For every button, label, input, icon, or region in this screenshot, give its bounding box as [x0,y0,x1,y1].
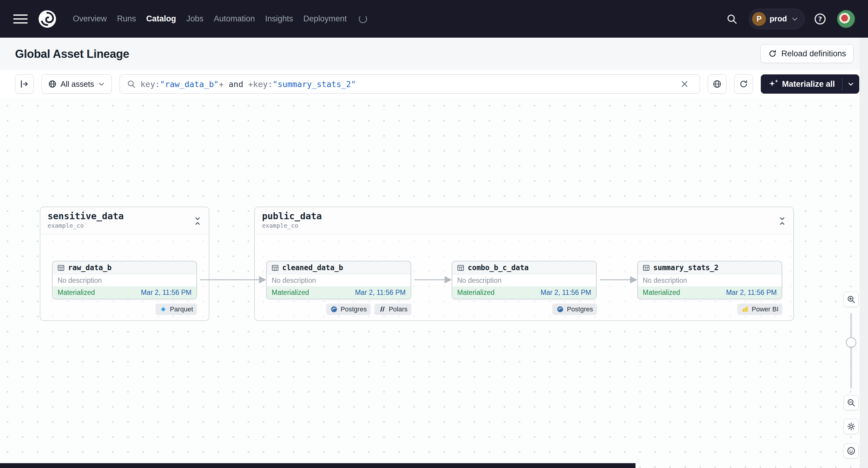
materialize-all-button[interactable]: Materialize all [761,74,842,94]
search-icon[interactable] [726,12,740,26]
kind-tag-postgres[interactable]: Postgres [326,304,371,315]
materialization-timestamp[interactable]: Mar 2, 11:56 PM [540,288,591,297]
asset-node-cleaned-data-b[interactable]: cleaned_data_b No description Materializ… [266,261,411,299]
group-repo-label: example_co [262,222,786,229]
asset-description: No description [453,274,596,286]
nav-item-runs[interactable]: Runs [117,14,136,24]
materialize-all-label: Materialize all [782,80,835,89]
zoom-in-button[interactable] [844,292,859,307]
asset-scope-label: All assets [61,80,94,89]
group-title: public_data [262,211,786,221]
polars-icon [378,305,386,313]
asset-status-row: Materialized Mar 2, 11:56 PM [638,286,781,299]
globe-filter-icon [712,79,722,89]
group-header: public_data example_co [255,207,793,234]
nav-item-overview[interactable]: Overview [73,14,107,24]
asset-node-header: cleaned_data_b [267,261,410,274]
asset-name: cleaned_data_b [282,263,343,272]
globe-icon [48,80,57,89]
nav-item-deployment[interactable]: Deployment [303,14,347,24]
reload-definitions-label: Reload definitions [781,49,846,58]
asset-node-header: raw_data_b [53,261,196,274]
asset-name: summary_stats_2 [653,263,719,272]
reload-definitions-button[interactable]: Reload definitions [761,44,854,63]
materialize-options-caret[interactable] [842,74,859,94]
chevron-down-icon [790,15,799,23]
lineage-toolbar: All assets key:"raw_data_b"+ and +key:"s… [0,70,868,98]
zoom-slider-track[interactable] [850,313,852,388]
kind-tag-parquet[interactable]: Parquet [155,304,197,315]
kind-tags-raw-data-b: Parquet [155,304,197,315]
table-icon [271,264,279,272]
table-icon [57,264,65,272]
kind-tags-summary-stats-2: Power BI [737,304,782,315]
zoom-slider-handle[interactable] [846,337,856,347]
asset-name: raw_data_b [68,263,112,272]
group-view-toggle-button[interactable] [708,74,726,94]
materialize-all-split-button: Materialize all [761,74,859,94]
navbar-right-cluster: P prod ? [726,9,855,29]
materialization-timestamp[interactable]: Mar 2, 11:56 PM [355,288,406,297]
page-scrollbar[interactable] [860,38,868,468]
graph-settings-button[interactable] [844,419,859,434]
page-header: Global Asset Lineage Reload definitions [0,38,868,70]
kind-tag-powerbi[interactable]: Power BI [737,304,782,315]
asset-selection-input[interactable]: key:"raw_data_b"+ and +key:"summary_stat… [120,74,700,94]
toggle-side-panel-button[interactable] [15,74,34,94]
materialization-timestamp[interactable]: Mar 2, 11:56 PM [726,288,777,297]
zoom-out-button[interactable] [844,395,859,410]
nav-item-jobs[interactable]: Jobs [186,14,204,24]
asset-status-row: Materialized Mar 2, 11:56 PM [453,286,596,299]
asset-name: combo_b_c_data [468,263,529,272]
postgres-icon [556,305,564,313]
help-icon[interactable]: ? [813,11,828,27]
status-badge: Materialized [457,288,495,297]
deployment-initial-badge: P [752,12,766,26]
asset-description: No description [53,274,196,286]
app-root: Overview Runs Catalog Jobs Automation In… [0,0,868,468]
asset-node-combo-b-c-data[interactable]: combo_b_c_data No description Materializ… [452,261,597,299]
table-icon [457,264,465,272]
group-repo-label: example_co [48,222,202,229]
collapse-group-icon[interactable] [777,215,789,227]
chevron-down-icon [98,80,105,88]
kind-tags-combo-b-c-data: Postgres [552,304,597,315]
clear-search-icon[interactable] [680,77,693,91]
deployment-switcher[interactable]: P prod [749,9,805,29]
svg-text:?: ? [818,15,822,23]
hamburger-menu-icon[interactable] [13,12,28,26]
asset-description: No description [638,274,781,286]
panel-expand-icon [19,79,30,89]
refresh-button[interactable] [734,74,753,94]
feedback-button[interactable] [844,443,859,458]
kind-tag-polars[interactable]: Polars [374,304,411,315]
asset-selection-query: key:"raw_data_b"+ and +key:"summary_stat… [141,80,356,89]
powerbi-icon [741,305,749,313]
parquet-icon [159,305,167,313]
search-icon [126,79,136,89]
asset-status-row: Materialized Mar 2, 11:56 PM [53,286,196,299]
status-badge: Materialized [643,288,680,297]
materialization-timestamp[interactable]: Mar 2, 11:56 PM [141,288,191,297]
user-avatar[interactable] [837,10,855,28]
asset-scope-dropdown[interactable]: All assets [41,74,112,94]
status-badge: Materialized [58,288,95,297]
collapse-group-icon[interactable] [192,215,205,227]
table-icon [642,264,650,272]
nav-item-automation[interactable]: Automation [214,14,255,24]
dagster-logo[interactable] [37,9,57,29]
smiley-face-icon [846,446,856,456]
lineage-canvas[interactable]: sensitive_data example_co public_data ex… [0,98,868,468]
kind-tag-postgres[interactable]: Postgres [552,304,597,315]
reload-icon [768,49,777,58]
group-title: sensitive_data [48,211,202,221]
asset-description: No description [267,274,410,286]
refresh-icon [739,79,748,89]
bottom-panel-edge [0,463,636,468]
nav-item-insights[interactable]: Insights [265,14,293,24]
nav-item-catalog[interactable]: Catalog [146,14,176,24]
asset-node-summary-stats-2[interactable]: summary_stats_2 No description Materiali… [637,261,782,299]
kind-tags-cleaned-data-b: Postgres Polars [326,304,411,315]
group-header: sensitive_data example_co [40,207,209,234]
asset-node-raw-data-b[interactable]: raw_data_b No description Materialized M… [52,261,197,299]
